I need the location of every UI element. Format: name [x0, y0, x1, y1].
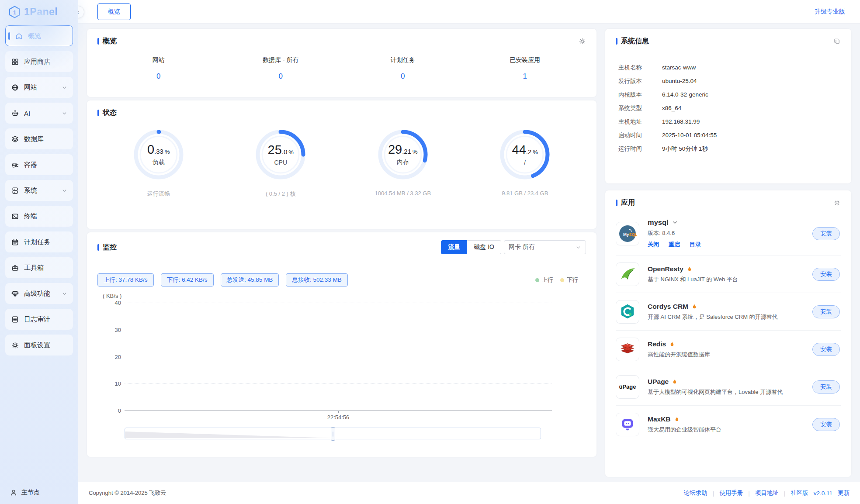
mysql-directory-link[interactable]: 目录 [690, 241, 701, 249]
network-interface-select[interactable]: 网卡 所有 [504, 240, 586, 254]
redis-logo-icon [616, 338, 639, 361]
apps-settings-gear-icon[interactable] [833, 199, 841, 207]
sidebar-item-toolbox[interactable]: 工具箱 [5, 257, 73, 278]
app-name-maxkb[interactable]: MaxKB [648, 415, 671, 423]
stat-installed-apps: 已安装应用 1 [464, 56, 586, 81]
title-accent [616, 200, 617, 206]
app-name-cordys-crm[interactable]: Cordys CRM [648, 303, 688, 311]
traffic-badges: 上行: 37.78 KB/s 下行: 6.42 KB/s 总发送: 45.85 … [97, 273, 348, 287]
overview-settings-gear-icon[interactable] [579, 38, 586, 45]
stat-value[interactable]: 0 [342, 72, 464, 81]
stat-cronjobs: 计划任务 0 [342, 56, 464, 81]
app-name-openresty[interactable]: OpenResty [648, 265, 683, 273]
stat-value[interactable]: 0 [220, 72, 342, 81]
app-row-maxkb: MaxKB 强大易用的企业级智能体平台 安装 [616, 406, 841, 443]
divider: | [784, 490, 786, 497]
sidebar-item-container[interactable]: 容器 [5, 154, 73, 175]
gauge-subtext: 9.81 GB / 23.4 GB [502, 190, 548, 197]
install-button[interactable]: 安装 [812, 380, 840, 394]
sidebar-item-terminal[interactable]: 终端 [5, 206, 73, 227]
app-name-upage[interactable]: UPage [648, 378, 669, 386]
title-accent [97, 110, 99, 116]
sidebar-item-label: 高级功能 [24, 290, 50, 298]
sidebar-item-ai[interactable]: AI [5, 103, 73, 124]
install-button[interactable]: 安装 [812, 343, 840, 356]
app-name-mysql[interactable]: mysql [648, 218, 669, 227]
row-hostname: 主机名称starsac-www [618, 61, 841, 74]
upgrade-pro-link[interactable]: 升级专业版 [815, 8, 845, 16]
overview-card: 概览 网站 0 数据库 - 所有 0 [87, 29, 596, 97]
hot-flame-icon [691, 304, 697, 310]
sidebar-item-system[interactable]: 系统 [5, 180, 73, 201]
openresty-logo-icon [616, 262, 639, 286]
cordys-crm-logo-icon [616, 300, 639, 324]
legend-dot [560, 278, 564, 282]
app-row-upage: üPage UPage 基于大模型的可视化网页构建平台，Lovable 开源替代… [616, 368, 841, 406]
y-axis-unit: ( KB/s ) [103, 293, 586, 299]
calendar-icon [11, 238, 19, 246]
hot-flame-icon [669, 341, 675, 347]
divider: | [713, 490, 714, 497]
mysql-logo-icon: MySQL [616, 222, 639, 245]
chevron-down-icon[interactable] [672, 219, 678, 226]
gauge-label: / [524, 159, 526, 166]
mysql-stop-link[interactable]: 关闭 [648, 241, 659, 249]
copy-icon[interactable] [833, 38, 841, 45]
toolbox-icon [11, 264, 19, 272]
x-tick-mark [338, 411, 339, 413]
sidebar-item-database[interactable]: 数据库 [5, 128, 73, 149]
install-button[interactable]: 安装 [812, 268, 840, 281]
row-arch: 系统类型x86_64 [618, 101, 841, 115]
stat-value[interactable]: 1 [464, 72, 586, 81]
sidebar-item-cron[interactable]: 计划任务 [5, 231, 73, 252]
legend-download[interactable]: 下行 [560, 276, 578, 284]
app-description: 基于 NGINX 和 LuaJIT 的 Web 平台 [648, 276, 804, 283]
stat-value[interactable]: 0 [97, 72, 220, 81]
row-kernel: 内核版本6.14.0-32-generic [618, 88, 841, 101]
website-icon [11, 83, 19, 92]
maxkb-logo-icon [616, 413, 639, 436]
sidebar-item-advanced[interactable]: 高级功能 [5, 283, 73, 304]
forum-help-link[interactable]: 论坛求助 [684, 489, 707, 497]
install-button[interactable]: 安装 [812, 305, 840, 318]
mysql-restart-link[interactable]: 重启 [669, 241, 680, 249]
app-name-redis[interactable]: Redis [648, 340, 666, 348]
chart-datazoom-slider[interactable] [125, 428, 541, 439]
home-icon [15, 32, 23, 40]
current-node[interactable]: 主节点 [0, 481, 78, 504]
update-link[interactable]: 更新 [838, 489, 850, 497]
app-row-redis: Redis 高性能的开源键值数据库 安装 [616, 331, 841, 368]
toggle-disk-io[interactable]: 磁盘 IO [467, 240, 501, 254]
install-button[interactable]: 安装 [812, 418, 840, 431]
chart-plot-area: 40 30 20 10 0 [125, 303, 552, 411]
sidebar-item-label: 系统 [24, 186, 37, 195]
appstore-icon [11, 58, 19, 66]
app-row-cordys-crm: Cordys CRM 开源 AI CRM 系统，是 Salesforce CRM… [616, 293, 841, 331]
active-indicator [8, 32, 10, 40]
monitor-title: 监控 [103, 243, 117, 252]
sidebar-item-logs[interactable]: 日志审计 [5, 309, 73, 330]
system-icon [11, 186, 19, 195]
sidebar-item-label: 计划任务 [24, 238, 50, 246]
content: 概览 网站 0 数据库 - 所有 0 [78, 24, 860, 477]
datazoom-handle[interactable] [331, 427, 335, 441]
monitor-mode-toggle: 流量 磁盘 IO [441, 240, 501, 254]
brand-logo[interactable]: 1 1Panel [0, 0, 78, 24]
project-repo-link[interactable]: 项目地址 [755, 489, 779, 497]
user-manual-link[interactable]: 使用手册 [719, 489, 743, 497]
sidebar-item-website[interactable]: 网站 [5, 77, 73, 98]
right-column: 系统信息 主机名称starsac-www 发行版本ubuntu-25.04 内核… [605, 29, 851, 477]
y-tick: 10 [104, 380, 121, 387]
tab-overview[interactable]: 概览 [97, 3, 131, 20]
hot-flame-icon [674, 416, 680, 422]
hot-flame-icon [672, 379, 678, 385]
stat-label: 已安装应用 [464, 56, 586, 64]
install-button[interactable]: 安装 [812, 227, 840, 240]
sidebar-item-overview[interactable]: 概览 [5, 25, 73, 46]
toggle-traffic[interactable]: 流量 [441, 240, 467, 254]
sidebar: 1 1Panel 概览 应用商店 网站 AI [0, 0, 78, 504]
sidebar-item-settings[interactable]: 面板设置 [5, 335, 73, 356]
badge-upload-rate: 上行: 37.78 KB/s [97, 273, 154, 287]
sidebar-item-appstore[interactable]: 应用商店 [5, 51, 73, 72]
legend-upload[interactable]: 上行 [535, 276, 553, 284]
